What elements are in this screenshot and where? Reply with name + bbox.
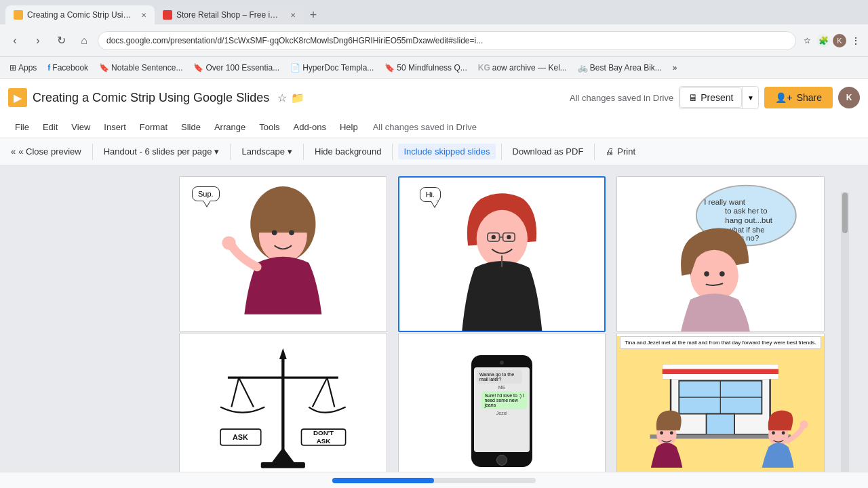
menu-autosave: All changes saved in Drive [373,122,477,132]
tab-store[interactable]: Store Retail Shop – Free image... ✕ [155,5,304,24]
toolbar-separator-1 [92,144,93,160]
svg-text:ASK: ASK [233,433,248,441]
menu-addons[interactable]: Add-ons [287,119,333,135]
printer-icon: 🖨 [606,146,614,157]
slide-2-content: Hi. I [399,178,605,331]
slide-5-content: Wanna go to the mall later? ME Sure! I'd… [399,333,606,488]
bookmark-bestbay[interactable]: 🚲 Best Bay Area Bik... [574,62,666,74]
svg-point-52 [782,431,785,434]
include-skipped-label: Include skipped slides [403,146,490,157]
svg-text:I really want: I really want [705,198,747,206]
left-margin [0,165,163,488]
menu-format[interactable]: Format [133,119,174,135]
bookmark-aow[interactable]: KG aow archive — Kel... [474,62,571,74]
avatar[interactable]: K [838,87,860,108]
slide-3-content: I really want to ask her to hang out...b… [617,177,824,331]
svg-rect-41 [663,374,778,379]
svg-line-29 [327,378,334,407]
close-preview-button[interactable]: « « Close preview [5,144,87,159]
address-input[interactable] [98,31,796,50]
bookmark-hyperdoc[interactable]: 📄 HyperDoc Templa... [286,62,378,74]
landscape-button[interactable]: Landscape ▾ [236,144,298,159]
svg-rect-36 [261,462,305,468]
svg-point-48 [660,431,664,434]
profile-icon[interactable]: K [833,34,846,47]
bookmark-apps[interactable]: ⊞ Apps [5,62,41,74]
monitor-icon: 🖥 [688,92,698,103]
menu-view[interactable]: View [64,119,97,135]
slide-1-speech: Sup. [192,186,220,201]
menu-icon[interactable]: ⋮ [849,34,863,47]
bookmark-notable[interactable]: 🔖 Notable Sentence... [95,62,186,74]
svg-point-3 [289,230,294,236]
phone-home-button [496,455,507,466]
print-label: Print [617,146,635,157]
tab-slides-title: Creating a Comic Strip Using G... [27,10,134,20]
svg-point-10 [507,235,511,239]
present-button[interactable]: 🖥 Present [679,87,742,108]
bookmark-mindfulness[interactable]: 🔖 50 Mindfulness Q... [380,62,471,74]
close-preview-icon: « [11,146,16,157]
message-2: Sure! I'd love to :) I need some new jea… [481,391,527,409]
slide-3-character-svg: I really want to ask her to hang out...b… [617,177,824,331]
scrollbar[interactable] [841,192,849,488]
mindfulness-label: 50 Mindfulness Q... [397,63,467,73]
extension-icon[interactable]: 🧩 [816,34,830,47]
menu-tools[interactable]: Tools [252,119,286,135]
share-button[interactable]: 👤+ Share [764,87,833,108]
toolbar-separator-6 [594,144,595,160]
back-button[interactable]: ‹ [5,31,24,50]
download-pdf-label: Download as PDF [513,146,584,157]
svg-point-9 [491,235,495,239]
svg-line-28 [313,378,328,407]
slide-6[interactable]: Tina and Jezel met at the mall and from … [616,333,825,488]
new-tab-button[interactable]: + [304,5,323,24]
menu-edit[interactable]: Edit [36,119,64,135]
svg-point-22 [719,271,725,277]
star-bookmark-icon[interactable]: ☆ [277,92,287,104]
handout-arrow-icon: ▾ [214,146,219,157]
landscape-label: Landscape [241,146,285,157]
menu-arrange[interactable]: Arrange [208,119,252,135]
autosave-status: All changes saved in Drive [570,93,673,103]
reload-button[interactable]: ↻ [52,31,71,50]
message-1: Wanna go to the mall later? [477,370,522,384]
progress-bar-fill [332,478,434,483]
hide-background-button[interactable]: Hide background [309,144,387,159]
scroll-thumb[interactable] [842,192,848,233]
bookmark-over100[interactable]: 🔖 Over 100 Essentia... [189,62,283,74]
menu-insert[interactable]: Insert [97,119,133,135]
menu-help[interactable]: Help [333,119,365,135]
bookmark-facebook[interactable]: f Facebook [43,62,92,74]
svg-point-2 [272,230,277,236]
slide-3[interactable]: I really want to ask her to hang out...b… [616,176,825,332]
slide-4[interactable]: ASK DON'T ASK [179,333,387,488]
slide-6-store-svg [617,352,824,468]
menu-file[interactable]: File [8,119,36,135]
slide-6-caption: Tina and Jezel met at the mall and from … [620,336,821,349]
handout-button[interactable]: Handout - 6 slides per page ▾ [98,144,225,159]
slide-1[interactable]: Sup. [179,176,387,332]
home-button[interactable]: ⌂ [75,31,94,50]
bookmark-more[interactable]: » [669,62,682,74]
svg-point-4 [222,236,235,249]
tab-slides[interactable]: Creating a Comic Strip Using G... ✕ [5,5,155,24]
present-arrow[interactable]: ▼ [742,87,758,108]
svg-text:DON'T: DON'T [313,429,334,436]
apps-label: Apps [18,63,37,73]
star-icon[interactable]: ☆ [800,34,814,47]
menu-slide[interactable]: Slide [174,119,208,135]
tab-store-close[interactable]: ✕ [290,12,296,19]
close-preview-label: « Close preview [18,146,81,157]
include-skipped-button[interactable]: Include skipped slides [398,144,495,159]
svg-marker-35 [272,447,294,462]
message-label-me: ME [477,385,527,390]
slide-5[interactable]: Wanna go to the mall later? ME Sure! I'd… [398,333,606,488]
forward-button[interactable]: › [28,31,47,50]
tab-slides-close[interactable]: ✕ [141,12,146,19]
folder-icon[interactable]: 📁 [291,92,304,104]
landscape-arrow-icon: ▾ [288,146,292,157]
download-pdf-button[interactable]: Download as PDF [507,144,589,159]
slide-2[interactable]: Hi. I [398,176,606,332]
print-button[interactable]: 🖨 Print [600,144,641,159]
